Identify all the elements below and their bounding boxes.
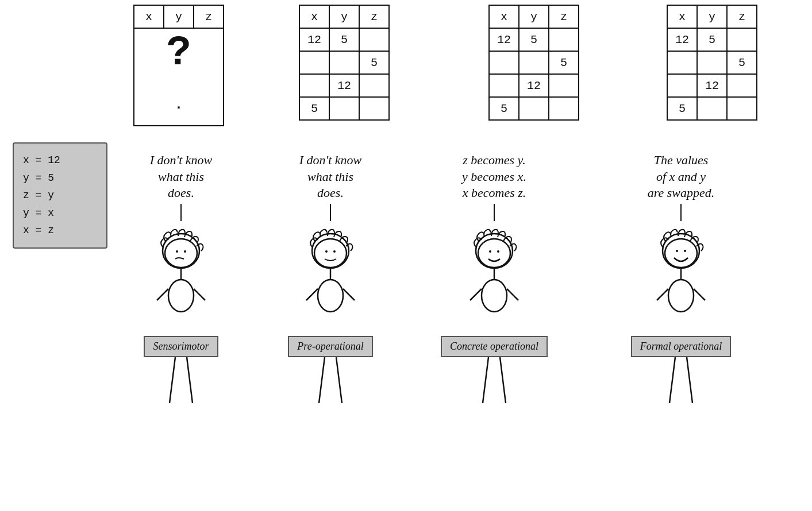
t2-h-z: z — [359, 5, 389, 28]
t4-h-y: y — [697, 5, 727, 28]
speech-concrete-operational: z becomes y.y becomes x.x becomes z. — [462, 152, 526, 202]
t3-r2c1 — [489, 51, 519, 74]
t4-r2c3: 5 — [727, 51, 757, 74]
svg-line-9 — [187, 357, 193, 403]
legs-concrete-operational — [471, 357, 517, 403]
code-line-4: y = x — [23, 204, 97, 222]
t2-r3c1 — [299, 74, 329, 97]
t4-r3c3 — [727, 74, 757, 97]
t4-r4c3 — [727, 97, 757, 120]
svg-point-21 — [478, 239, 510, 268]
svg-line-26 — [470, 289, 482, 300]
t4-r2c1 — [667, 51, 697, 74]
svg-line-38 — [669, 357, 675, 403]
connector-1 — [180, 204, 182, 221]
t4-r1c3 — [727, 28, 757, 51]
t4-r4c2 — [697, 97, 727, 120]
code-line-3: z = y — [23, 187, 97, 204]
t3-h-z: z — [549, 5, 579, 28]
table-question: x y z ?· — [133, 5, 224, 126]
main-container: x = 12 y = 5 z = y y = x x = z x y z ?· — [0, 0, 812, 511]
code-card: x = 12 y = 5 z = y y = x x = z — [13, 142, 107, 249]
t4-h-z: z — [727, 5, 757, 28]
svg-point-12 — [325, 250, 328, 253]
t3-r2c3: 5 — [549, 51, 579, 74]
svg-line-19 — [336, 357, 342, 403]
svg-line-6 — [157, 289, 168, 300]
t3-r4c3 — [549, 97, 579, 120]
legs-sensorimotor — [158, 357, 204, 403]
svg-line-8 — [170, 357, 175, 403]
table-2-wrapper: x y z 12 5 5 12 — [299, 5, 390, 121]
table-4: x y z 12 5 5 12 — [667, 5, 757, 121]
svg-point-22 — [489, 250, 491, 253]
person-pre-operational: I don't knowwhat thisdoes. Pre-operation… — [273, 152, 388, 403]
connector-3 — [494, 204, 495, 221]
code-line-1: x = 12 — [23, 152, 97, 169]
svg-point-13 — [333, 250, 336, 253]
t2-h-y: y — [329, 5, 359, 28]
t4-r1c2: 5 — [697, 28, 727, 51]
t3-r4c1: 5 — [489, 97, 519, 120]
col-header-x: x — [134, 5, 164, 28]
t2-r2c3: 5 — [359, 51, 389, 74]
svg-line-27 — [507, 289, 518, 300]
badge-formal-operational: Formal operational — [631, 336, 732, 357]
svg-point-1 — [165, 239, 197, 268]
t4-r3c1 — [667, 74, 697, 97]
svg-line-17 — [343, 289, 355, 300]
svg-line-39 — [687, 357, 692, 403]
svg-point-11 — [314, 239, 347, 268]
legs-formal-operational — [658, 357, 704, 403]
t4-r1c1: 12 — [667, 28, 697, 51]
person-concrete-operational: z becomes y.y becomes x.x becomes z. Con… — [428, 152, 560, 403]
person-formal-operational: The valuesof x and yare swapped. Formal … — [615, 152, 747, 403]
svg-point-5 — [168, 280, 194, 312]
svg-line-16 — [306, 289, 318, 300]
connector-4 — [680, 204, 682, 221]
table-2: x y z 12 5 5 12 — [299, 5, 390, 121]
table-4-wrapper: x y z 12 5 5 12 — [667, 5, 757, 121]
code-line-5: x = z — [23, 222, 97, 239]
svg-point-3 — [184, 250, 186, 253]
figure-sensorimotor — [147, 221, 215, 336]
t3-r4c2 — [519, 97, 549, 120]
t2-r2c2 — [329, 51, 359, 74]
table-question-wrapper: x y z ?· — [133, 5, 224, 126]
badge-pre-operational: Pre-operational — [288, 336, 372, 357]
table-3-wrapper: x y z 12 5 5 12 — [488, 5, 579, 121]
svg-line-18 — [319, 357, 325, 403]
t2-r3c2: 12 — [329, 74, 359, 97]
t2-r4c2 — [329, 97, 359, 120]
connector-2 — [330, 204, 331, 221]
t3-h-y: y — [519, 5, 549, 28]
svg-line-37 — [694, 289, 705, 300]
svg-point-31 — [665, 239, 697, 268]
figure-pre-operational — [296, 221, 365, 336]
code-line-2: y = 5 — [23, 169, 97, 187]
svg-line-29 — [500, 357, 506, 403]
person-sensorimotor: I don't knowwhat thisdoes. — [124, 152, 238, 403]
svg-point-32 — [676, 250, 678, 252]
t3-r1c3 — [549, 28, 579, 51]
t2-r4c3 — [359, 97, 389, 120]
table-3: x y z 12 5 5 12 — [488, 5, 579, 121]
col-header-y: y — [164, 5, 194, 28]
t3-r1c1: 12 — [489, 28, 519, 51]
svg-point-35 — [668, 280, 694, 312]
t4-r3c2: 12 — [697, 74, 727, 97]
t3-r3c3 — [549, 74, 579, 97]
svg-line-36 — [657, 289, 668, 300]
t4-r4c1: 5 — [667, 97, 697, 120]
t3-r3c1 — [489, 74, 519, 97]
t2-h-x: x — [299, 5, 329, 28]
t2-r1c3 — [359, 28, 389, 51]
svg-point-25 — [482, 280, 507, 312]
svg-line-7 — [194, 289, 205, 300]
svg-point-23 — [497, 250, 499, 253]
col-header-z: z — [194, 5, 224, 28]
svg-point-33 — [684, 250, 686, 252]
t3-r2c2 — [519, 51, 549, 74]
t3-r1c2: 5 — [519, 28, 549, 51]
badge-sensorimotor: Sensorimotor — [144, 336, 218, 357]
